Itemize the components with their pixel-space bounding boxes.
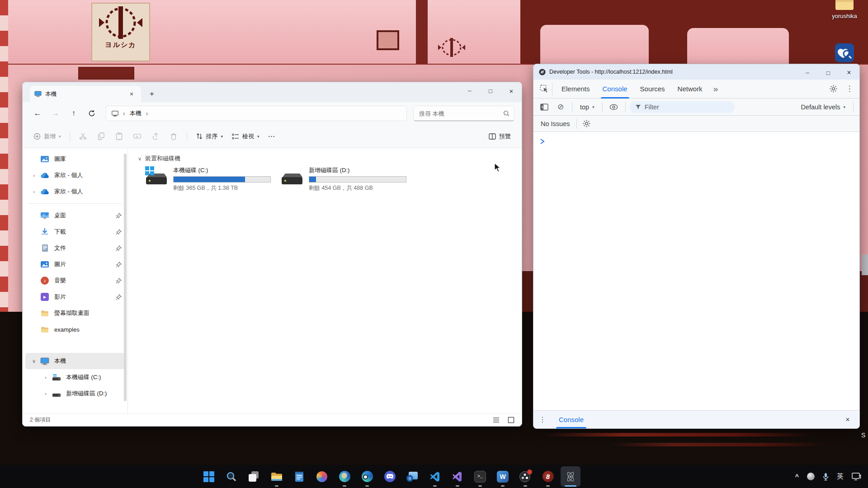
sidebar-item-drive-d[interactable]: › 新增磁碟區 (D:): [25, 385, 125, 402]
taskbar-electron-app[interactable]: [559, 465, 582, 488]
tab-console[interactable]: Console: [596, 80, 634, 99]
more-tabs-button[interactable]: »: [709, 84, 723, 94]
drawer-tab-console[interactable]: Console: [556, 411, 586, 429]
task-view-button[interactable]: [243, 465, 265, 488]
minimize-button[interactable]: ─: [797, 64, 818, 81]
breadcrumb-root[interactable]: 本機: [130, 109, 142, 117]
taskbar-file-explorer[interactable]: [265, 465, 288, 488]
sidebar-item-documents[interactable]: 文件: [25, 240, 125, 256]
sidebar-item-screenshots[interactable]: 螢幕擷取畫面: [25, 305, 125, 321]
sidebar-item-drive-c[interactable]: › 本機磁碟 (C:): [25, 369, 125, 385]
chevron-down-icon[interactable]: ∨: [138, 156, 142, 162]
taskbar-notepad[interactable]: [288, 465, 311, 488]
taskbar-vscode[interactable]: [424, 465, 446, 488]
drive-d-tile[interactable]: 新增磁碟區 (D:) 剩餘 454 GB，共 488 GB: [280, 166, 412, 192]
sidebar-item-onedrive-2[interactable]: › 家欣 - 個人: [25, 183, 125, 200]
console-messages-area[interactable]: [533, 132, 859, 410]
maximize-button[interactable]: □: [818, 64, 839, 81]
sidebar-scrollbar[interactable]: [124, 154, 127, 401]
tab-close-icon[interactable]: ×: [127, 89, 137, 99]
sidebar-item-pictures[interactable]: 圖片: [25, 256, 125, 272]
preview-button[interactable]: 預覽: [484, 128, 515, 145]
sidebar-item-desktop[interactable]: 桌面: [25, 207, 125, 224]
tab-elements[interactable]: Elements: [555, 80, 596, 99]
tray-ball-icon[interactable]: [807, 473, 815, 480]
search-box[interactable]: [413, 106, 514, 121]
context-selector[interactable]: top ▾: [576, 103, 598, 111]
tray-microphone-icon[interactable]: [823, 473, 829, 481]
taskbar-discord[interactable]: [378, 465, 401, 488]
sidebar-item-music[interactable]: ♪ 音樂: [25, 272, 125, 289]
filter-input[interactable]: [645, 103, 729, 111]
sort-button[interactable]: 排序 ▾: [191, 128, 228, 145]
desktop-icon-app[interactable]: [830, 43, 859, 62]
forward-button[interactable]: →: [48, 106, 63, 121]
taskbar-edge-dev[interactable]: [356, 465, 378, 488]
taskbar-red-app[interactable]: 8: [537, 465, 559, 488]
taskbar-obs[interactable]: [514, 465, 537, 488]
explorer-content[interactable]: ∨ 裝置和磁碟機 本機磁碟 (C:): [128, 148, 522, 413]
rename-button[interactable]: A: [128, 128, 146, 145]
taskbar-search-button[interactable]: [220, 465, 243, 488]
devtools-menu-button[interactable]: ⋮: [842, 82, 857, 96]
clear-console-button[interactable]: ⊘: [553, 100, 568, 114]
chevron-right-icon[interactable]: ›: [42, 391, 50, 396]
taskbar-microsoft-365[interactable]: [311, 465, 333, 488]
up-button[interactable]: ↑: [66, 106, 81, 121]
start-button[interactable]: [198, 465, 220, 488]
cut-button[interactable]: [74, 128, 92, 145]
console-prompt[interactable]: [540, 138, 545, 146]
taskbar-edge[interactable]: [333, 465, 356, 488]
drawer-menu-button[interactable]: ⋮: [539, 415, 546, 424]
chevron-right-icon[interactable]: ›: [42, 375, 50, 380]
share-button[interactable]: [146, 128, 165, 145]
refresh-button[interactable]: [84, 106, 99, 121]
console-filter[interactable]: [630, 101, 735, 113]
close-button[interactable]: ×: [501, 82, 522, 99]
paste-button[interactable]: [110, 128, 128, 145]
details-view-icon[interactable]: [493, 417, 500, 423]
issues-count[interactable]: No Issues: [536, 120, 574, 127]
maximize-button[interactable]: □: [480, 82, 501, 99]
section-devices-and-drives[interactable]: ∨ 裝置和磁碟機: [138, 155, 180, 163]
delete-button[interactable]: [165, 128, 183, 145]
minimize-button[interactable]: ─: [459, 82, 480, 99]
settings-button[interactable]: [826, 82, 840, 96]
taskbar-outlook[interactable]: o: [401, 465, 424, 488]
tab-sources[interactable]: Sources: [634, 80, 671, 99]
new-tab-button[interactable]: +: [146, 89, 158, 99]
more-options-button[interactable]: ⋯: [264, 128, 279, 145]
tray-ime-indicator[interactable]: 英: [837, 472, 844, 481]
view-button[interactable]: 檢視 ▾: [227, 128, 264, 145]
chevron-down-icon[interactable]: ∨: [30, 358, 38, 364]
inspect-element-button[interactable]: [536, 82, 552, 96]
taskbar-visual-studio[interactable]: [446, 465, 469, 488]
tray-display-icon[interactable]: [852, 473, 862, 481]
tab-network[interactable]: Network: [671, 80, 709, 99]
console-sidebar-toggle[interactable]: [537, 100, 552, 114]
large-icons-view-icon[interactable]: [508, 417, 514, 423]
console-settings-button[interactable]: [579, 117, 594, 131]
sidebar-item-gallery[interactable]: 圖庫: [25, 151, 125, 167]
sidebar-item-videos[interactable]: ▶ 影片: [25, 289, 125, 305]
back-button[interactable]: ←: [30, 106, 45, 121]
live-expression-button[interactable]: [607, 100, 621, 114]
log-levels-selector[interactable]: Default levels ▾: [797, 103, 849, 111]
drive-c-tile[interactable]: 本機磁碟 (C:) 剩餘 365 GB，共 1.38 TB: [144, 166, 276, 192]
taskbar-word[interactable]: W: [491, 465, 514, 488]
explorer-tab[interactable]: 本機 ×: [30, 86, 141, 102]
desktop-icon-yorushika-folder[interactable]: yorushika: [830, 0, 859, 19]
new-button[interactable]: 新增 ▾: [29, 128, 66, 145]
taskbar-terminal[interactable]: >_: [469, 465, 491, 488]
chevron-right-icon[interactable]: ›: [30, 189, 38, 194]
sidebar-item-downloads[interactable]: 下載: [25, 224, 125, 240]
sidebar-item-examples[interactable]: examples: [25, 321, 125, 338]
search-input[interactable]: [419, 110, 503, 117]
sidebar-item-onedrive-1[interactable]: › 家欣 - 個人: [25, 167, 125, 183]
breadcrumb[interactable]: › 本機 ›: [106, 106, 407, 121]
chevron-right-icon[interactable]: ›: [30, 173, 38, 178]
sidebar-item-this-pc[interactable]: ∨ 本機: [25, 353, 125, 369]
close-button[interactable]: ×: [839, 64, 859, 81]
tray-hidden-icons-button[interactable]: ^: [795, 473, 799, 480]
drawer-close-button[interactable]: ×: [841, 416, 854, 424]
